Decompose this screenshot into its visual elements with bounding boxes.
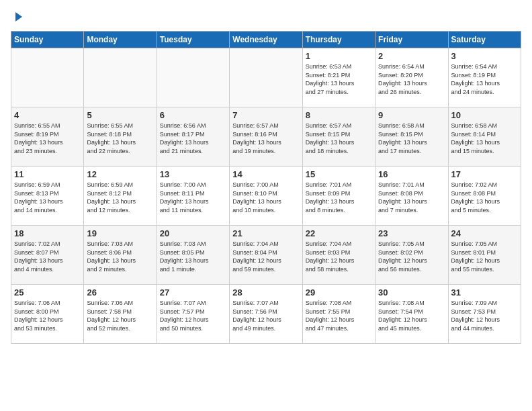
- day-number: 24: [451, 228, 518, 238]
- day-info: Sunrise: 7:05 AM Sunset: 8:02 PM Dayligh…: [378, 240, 445, 273]
- day-info: Sunrise: 7:04 AM Sunset: 8:04 PM Dayligh…: [232, 240, 299, 273]
- day-info: Sunrise: 6:55 AM Sunset: 8:18 PM Dayligh…: [87, 122, 153, 155]
- day-cell-5: 5Sunrise: 6:55 AM Sunset: 8:18 PM Daylig…: [84, 107, 157, 167]
- weekday-header-wednesday: Wednesday: [230, 32, 302, 48]
- empty-cell: [157, 48, 229, 107]
- day-cell-3: 3Sunrise: 6:54 AM Sunset: 8:19 PM Daylig…: [448, 48, 521, 107]
- day-cell-24: 24Sunrise: 7:05 AM Sunset: 8:01 PM Dayli…: [448, 226, 521, 285]
- weekday-header-tuesday: Tuesday: [157, 32, 229, 48]
- day-info: Sunrise: 7:00 AM Sunset: 8:10 PM Dayligh…: [232, 181, 299, 214]
- weekday-header-friday: Friday: [375, 32, 448, 48]
- logo-arrow-icon: [11, 11, 24, 23]
- day-cell-1: 1Sunrise: 6:53 AM Sunset: 8:21 PM Daylig…: [302, 48, 375, 107]
- day-number: 21: [232, 228, 299, 238]
- day-number: 19: [87, 228, 153, 238]
- day-cell-12: 12Sunrise: 6:59 AM Sunset: 8:12 PM Dayli…: [84, 167, 157, 226]
- day-cell-21: 21Sunrise: 7:04 AM Sunset: 8:04 PM Dayli…: [230, 226, 302, 285]
- day-number: 28: [232, 287, 299, 298]
- day-info: Sunrise: 7:01 AM Sunset: 8:08 PM Dayligh…: [378, 181, 445, 214]
- day-info: Sunrise: 6:58 AM Sunset: 8:15 PM Dayligh…: [378, 122, 445, 155]
- day-info: Sunrise: 6:55 AM Sunset: 8:19 PM Dayligh…: [14, 122, 81, 155]
- day-cell-8: 8Sunrise: 6:57 AM Sunset: 8:15 PM Daylig…: [302, 107, 375, 167]
- week-row-2: 4Sunrise: 6:55 AM Sunset: 8:19 PM Daylig…: [11, 107, 521, 167]
- day-number: 5: [87, 110, 153, 120]
- day-cell-23: 23Sunrise: 7:05 AM Sunset: 8:02 PM Dayli…: [375, 226, 448, 285]
- day-info: Sunrise: 6:56 AM Sunset: 8:17 PM Dayligh…: [160, 122, 226, 155]
- day-info: Sunrise: 6:53 AM Sunset: 8:21 PM Dayligh…: [306, 62, 372, 96]
- svg-marker-0: [15, 12, 22, 21]
- day-cell-27: 27Sunrise: 7:07 AM Sunset: 7:57 PM Dayli…: [157, 285, 229, 344]
- day-info: Sunrise: 7:03 AM Sunset: 8:06 PM Dayligh…: [87, 240, 153, 273]
- day-cell-11: 11Sunrise: 6:59 AM Sunset: 8:13 PM Dayli…: [11, 167, 84, 226]
- day-info: Sunrise: 7:06 AM Sunset: 7:58 PM Dayligh…: [87, 299, 153, 332]
- day-info: Sunrise: 7:04 AM Sunset: 8:03 PM Dayligh…: [306, 240, 372, 273]
- empty-cell: [84, 48, 157, 107]
- day-cell-25: 25Sunrise: 7:06 AM Sunset: 8:00 PM Dayli…: [11, 285, 84, 344]
- day-number: 17: [451, 169, 518, 179]
- day-number: 20: [160, 228, 226, 238]
- day-cell-22: 22Sunrise: 7:04 AM Sunset: 8:03 PM Dayli…: [302, 226, 375, 285]
- day-number: 27: [160, 287, 226, 298]
- day-number: 16: [378, 169, 445, 179]
- day-info: Sunrise: 7:09 AM Sunset: 7:53 PM Dayligh…: [451, 299, 518, 332]
- weekday-header-sunday: Sunday: [11, 32, 84, 48]
- day-info: Sunrise: 7:07 AM Sunset: 7:57 PM Dayligh…: [160, 299, 226, 332]
- day-info: Sunrise: 6:59 AM Sunset: 8:12 PM Dayligh…: [87, 181, 153, 214]
- day-number: 4: [14, 110, 81, 120]
- day-info: Sunrise: 6:57 AM Sunset: 8:15 PM Dayligh…: [306, 122, 372, 155]
- day-number: 3: [451, 51, 518, 61]
- day-number: 10: [451, 110, 518, 120]
- weekday-header-saturday: Saturday: [448, 32, 521, 48]
- day-number: 29: [306, 287, 372, 298]
- day-number: 31: [451, 287, 518, 298]
- day-cell-31: 31Sunrise: 7:09 AM Sunset: 7:53 PM Dayli…: [448, 285, 521, 344]
- day-number: 25: [14, 287, 81, 298]
- day-number: 13: [160, 169, 226, 179]
- day-cell-7: 7Sunrise: 6:57 AM Sunset: 8:16 PM Daylig…: [230, 107, 302, 167]
- empty-cell: [11, 48, 84, 107]
- day-info: Sunrise: 7:06 AM Sunset: 8:00 PM Dayligh…: [14, 299, 81, 332]
- day-info: Sunrise: 7:01 AM Sunset: 8:09 PM Dayligh…: [306, 181, 372, 214]
- day-number: 11: [14, 169, 81, 179]
- weekday-header-row: SundayMondayTuesdayWednesdayThursdayFrid…: [11, 32, 521, 48]
- day-cell-6: 6Sunrise: 6:56 AM Sunset: 8:17 PM Daylig…: [157, 107, 229, 167]
- day-info: Sunrise: 6:58 AM Sunset: 8:14 PM Dayligh…: [451, 122, 518, 155]
- day-cell-17: 17Sunrise: 7:02 AM Sunset: 8:08 PM Dayli…: [448, 167, 521, 226]
- day-number: 2: [378, 51, 445, 61]
- day-cell-14: 14Sunrise: 7:00 AM Sunset: 8:10 PM Dayli…: [230, 167, 302, 226]
- day-cell-20: 20Sunrise: 7:03 AM Sunset: 8:05 PM Dayli…: [157, 226, 229, 285]
- day-number: 7: [232, 110, 299, 120]
- day-cell-10: 10Sunrise: 6:58 AM Sunset: 8:14 PM Dayli…: [448, 107, 521, 167]
- day-number: 8: [306, 110, 372, 120]
- week-row-3: 11Sunrise: 6:59 AM Sunset: 8:13 PM Dayli…: [11, 167, 521, 226]
- weekday-header-monday: Monday: [84, 32, 157, 48]
- day-number: 15: [306, 169, 372, 179]
- day-cell-9: 9Sunrise: 6:58 AM Sunset: 8:15 PM Daylig…: [375, 107, 448, 167]
- day-info: Sunrise: 6:59 AM Sunset: 8:13 PM Dayligh…: [14, 181, 81, 214]
- day-cell-2: 2Sunrise: 6:54 AM Sunset: 8:20 PM Daylig…: [375, 48, 448, 107]
- logo: [11, 11, 24, 23]
- day-info: Sunrise: 7:05 AM Sunset: 8:01 PM Dayligh…: [451, 240, 518, 273]
- day-cell-18: 18Sunrise: 7:02 AM Sunset: 8:07 PM Dayli…: [11, 226, 84, 285]
- day-cell-30: 30Sunrise: 7:08 AM Sunset: 7:54 PM Dayli…: [375, 285, 448, 344]
- day-cell-15: 15Sunrise: 7:01 AM Sunset: 8:09 PM Dayli…: [302, 167, 375, 226]
- week-row-5: 25Sunrise: 7:06 AM Sunset: 8:00 PM Dayli…: [11, 285, 521, 344]
- day-number: 1: [306, 51, 372, 61]
- calendar-table: SundayMondayTuesdayWednesdayThursdayFrid…: [11, 31, 521, 344]
- weekday-header-thursday: Thursday: [302, 32, 375, 48]
- day-cell-13: 13Sunrise: 7:00 AM Sunset: 8:11 PM Dayli…: [157, 167, 229, 226]
- day-number: 6: [160, 110, 226, 120]
- day-cell-26: 26Sunrise: 7:06 AM Sunset: 7:58 PM Dayli…: [84, 285, 157, 344]
- day-number: 22: [306, 228, 372, 238]
- day-cell-4: 4Sunrise: 6:55 AM Sunset: 8:19 PM Daylig…: [11, 107, 84, 167]
- day-info: Sunrise: 7:03 AM Sunset: 8:05 PM Dayligh…: [160, 240, 226, 273]
- day-info: Sunrise: 7:08 AM Sunset: 7:54 PM Dayligh…: [378, 299, 445, 332]
- day-number: 18: [14, 228, 81, 238]
- empty-cell: [230, 48, 302, 107]
- day-info: Sunrise: 7:00 AM Sunset: 8:11 PM Dayligh…: [160, 181, 226, 214]
- day-number: 26: [87, 287, 153, 298]
- day-number: 12: [87, 169, 153, 179]
- day-number: 30: [378, 287, 445, 298]
- day-cell-16: 16Sunrise: 7:01 AM Sunset: 8:08 PM Dayli…: [375, 167, 448, 226]
- day-cell-28: 28Sunrise: 7:07 AM Sunset: 7:56 PM Dayli…: [230, 285, 302, 344]
